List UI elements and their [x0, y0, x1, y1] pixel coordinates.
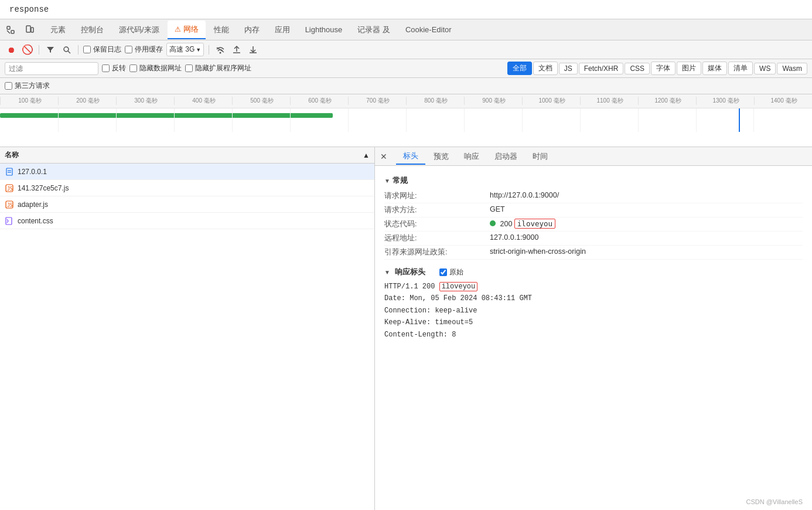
speed-label: 高速 3G [169, 45, 195, 55]
remote-address-key: 远程地址: [384, 233, 490, 243]
tab-console[interactable]: 控制台 [74, 21, 111, 39]
tab-application[interactable]: 应用 [268, 21, 297, 39]
close-detail-button[interactable]: ✕ [377, 150, 390, 163]
hide-data-urls-checkbox[interactable] [129, 64, 137, 72]
tab-sources[interactable]: 源代码/来源 [112, 21, 166, 39]
clear-button[interactable]: 🚫 [21, 43, 34, 56]
third-party-checkbox[interactable] [5, 82, 12, 90]
filter-type-doc[interactable]: 文档 [533, 62, 558, 75]
status-code-key: 状态代码: [384, 219, 490, 229]
file-item-js1[interactable]: JS 141.327ce5c7.js [0, 180, 374, 196]
filter-type-ws[interactable]: WS [754, 63, 776, 74]
grid-line-13 [753, 108, 754, 132]
tab-elements[interactable]: 元素 [43, 21, 73, 39]
response-headers-triangle-icon: ▼ [384, 269, 390, 276]
file-name-root: 127.0.0.1 [18, 168, 47, 176]
wifi-icon-button[interactable] [214, 43, 227, 56]
download-icon-button[interactable] [247, 43, 260, 56]
filter-icon-button[interactable] [44, 43, 57, 56]
preserve-log-checkbox[interactable] [83, 46, 91, 53]
svg-line-2 [7, 30, 10, 33]
grid-line-12 [696, 108, 697, 132]
filter-type-js[interactable]: JS [559, 63, 578, 74]
sort-icon[interactable]: ▲ [363, 151, 370, 159]
invert-checkbox[interactable] [102, 64, 110, 72]
tab-elements-label: 元素 [50, 25, 66, 35]
filter-type-media[interactable]: 媒体 [702, 62, 727, 75]
detail-tab-timing[interactable]: 时间 [526, 148, 555, 165]
tick-6: 700 毫秒 [348, 97, 406, 105]
file-icon-doc [5, 167, 14, 176]
detail-tab-preview[interactable]: 预览 [427, 148, 456, 165]
speed-select[interactable]: 高速 3G ▼ [166, 43, 204, 56]
search-button[interactable] [60, 43, 73, 56]
filter-type-manifest[interactable]: 清单 [728, 62, 753, 75]
general-section-header[interactable]: ▼ 常规 [384, 175, 803, 186]
preserve-log-text: 保留日志 [93, 45, 121, 55]
filter-input[interactable] [5, 62, 98, 75]
filter-type-img[interactable]: 图片 [677, 62, 701, 75]
grid-line-1 [58, 108, 59, 132]
timeline-bar-area[interactable] [0, 108, 812, 132]
tick-4: 500 毫秒 [232, 97, 290, 105]
original-checkbox[interactable] [439, 268, 447, 276]
svg-text:JS: JS [7, 203, 13, 208]
general-title: 常规 [393, 175, 408, 186]
request-url-key: 请求网址: [384, 191, 490, 201]
disable-cache-checkbox[interactable] [125, 46, 132, 53]
file-item-css1[interactable]: content.css [0, 213, 374, 229]
third-party-checkbox-label[interactable]: 第三方请求 [5, 81, 50, 91]
inspect-icon[interactable] [2, 22, 19, 38]
hide-extension-checkbox[interactable] [185, 64, 193, 72]
disable-cache-checkbox-label[interactable]: 停用缓存 [125, 45, 163, 55]
response-label: response [0, 0, 812, 19]
toolbar-separator-1 [39, 45, 39, 55]
svg-rect-1 [11, 30, 14, 33]
upload-icon-button[interactable] [230, 43, 243, 56]
detail-tab-bar: ✕ 标头 预览 响应 启动器 时间 [375, 147, 812, 166]
original-checkbox-label[interactable]: 原始 [439, 267, 463, 277]
detail-panel: ✕ 标头 预览 响应 启动器 时间 ▼ 常规 请求网址: http://127.… [375, 147, 812, 510]
tab-console-label: 控制台 [81, 25, 104, 35]
timeline-cursor [739, 108, 740, 132]
filter-type-all[interactable]: 全部 [507, 62, 532, 75]
devtools-panel: 元素 控制台 源代码/来源 ⚠ 网络 性能 内存 应用 Lighthouse 记… [0, 19, 812, 510]
invert-label: 反转 [112, 63, 126, 73]
hide-data-urls-label[interactable]: 隐藏数据网址 [129, 63, 182, 73]
hide-extension-text: 隐藏扩展程序网址 [195, 63, 251, 73]
tab-network[interactable]: ⚠ 网络 [168, 21, 206, 39]
invert-checkbox-label[interactable]: 反转 [102, 63, 126, 73]
tab-application-label: 应用 [275, 25, 290, 35]
status-text-highlight: iloveyou [514, 219, 555, 229]
filter-type-font[interactable]: 字体 [651, 62, 675, 75]
tick-1: 200 毫秒 [58, 97, 116, 105]
tab-recorder[interactable]: 记录器 及 [350, 21, 397, 39]
tab-lighthouse[interactable]: Lighthouse [298, 21, 350, 39]
tab-cookie-editor[interactable]: Cookie-Editor [398, 21, 459, 39]
svg-text:JS: JS [7, 186, 13, 192]
watermark: CSDN @VillanelleS [746, 498, 803, 505]
device-icon[interactable] [21, 22, 37, 38]
detail-tab-initiator[interactable]: 启动器 [487, 148, 524, 165]
filter-type-fetch[interactable]: Fetch/XHR [579, 63, 624, 74]
file-item-root[interactable]: 127.0.0.1 [0, 164, 374, 180]
detail-tab-headers[interactable]: 标头 [396, 148, 425, 165]
svg-rect-13 [6, 168, 12, 175]
request-url-value[interactable]: http://127.0.0.1:9000/ [490, 191, 803, 199]
disable-cache-text: 停用缓存 [135, 45, 163, 55]
filter-type-css[interactable]: CSS [625, 63, 650, 74]
filter-type-wasm[interactable]: Wasm [777, 63, 807, 74]
tab-memory[interactable]: 内存 [237, 21, 267, 39]
file-item-js2[interactable]: JS adapter.js [0, 196, 374, 213]
file-name-js2: adapter.js [18, 200, 48, 209]
raw-header-line-3: Connection: keep-alive [384, 305, 803, 317]
file-icon-css1 [5, 216, 14, 226]
tick-3: 400 毫秒 [174, 97, 232, 105]
remote-address-value: 127.0.0.1:9000 [490, 233, 803, 242]
stop-recording-button[interactable]: ⏺ [5, 43, 18, 56]
referrer-policy-row: 引荐来源网址政策: strict-origin-when-cross-origi… [384, 246, 803, 260]
hide-extension-label[interactable]: 隐藏扩展程序网址 [185, 63, 251, 73]
tab-performance[interactable]: 性能 [207, 21, 236, 39]
detail-tab-response[interactable]: 响应 [457, 148, 486, 165]
preserve-log-checkbox-label[interactable]: 保留日志 [83, 45, 121, 55]
